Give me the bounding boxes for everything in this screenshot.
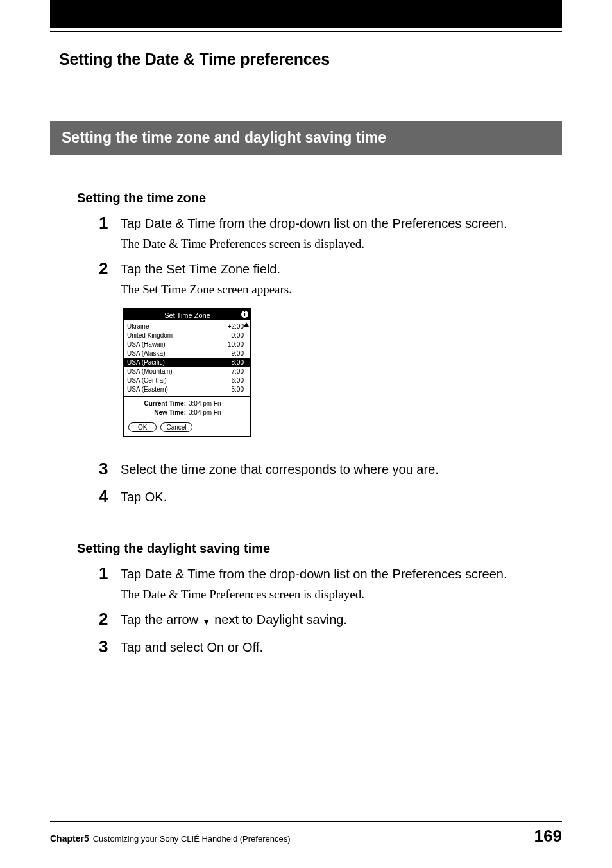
new-time-value: 3:04 pm Fri (189, 408, 221, 417)
step-text: Tap and select On or Off. (121, 638, 562, 657)
tz-row: USA (Mountain)-7:00 (124, 367, 250, 376)
pda-time-readout: Current Time:3:04 pm Fri New Time:3:04 p… (124, 397, 250, 420)
pda-title-text: Set Time Zone (164, 311, 210, 319)
step-text-post: next to Daylight saving. (211, 612, 347, 627)
footer-chapter: Chapter5 (50, 833, 89, 844)
pda-cancel-button: Cancel (160, 422, 192, 432)
tz-row: USA (Central)-6:00 (124, 376, 250, 385)
step-number: 3 (99, 638, 121, 655)
footer-left: Chapter5Customizing your Sony CLIÉ Handh… (50, 833, 291, 844)
current-time-label: Current Time: (128, 399, 186, 408)
tz-row: USA (Hawaii)-10:00 (124, 340, 250, 349)
tz-row-selected: USA (Pacific)-8:00 (124, 358, 250, 367)
pda-screenshot: Set Time Zone i Ukraine+2:00 United King… (123, 308, 251, 437)
info-icon: i (241, 311, 248, 318)
pda-ok-button: OK (128, 422, 157, 432)
heading-dst: Setting the daylight saving time (77, 541, 562, 556)
pda-dialog-title: Set Time Zone i (124, 309, 250, 320)
step-number: 1 (99, 214, 121, 231)
step-subtext: The Set Time Zone screen appears. (121, 282, 562, 297)
tz-row: USA (Eastern)-5:00 (124, 385, 250, 394)
step-subtext: The Date & Time Preferences screen is di… (121, 587, 562, 602)
chapter-heading: Setting the Date & Time preferences (59, 50, 562, 69)
scroll-up-icon (244, 322, 249, 327)
new-time-label: New Time: (128, 408, 186, 417)
step-text-pre: Tap the arrow (121, 612, 202, 627)
step-text: Tap OK. (121, 488, 562, 507)
footer-rule (50, 821, 562, 822)
footer-chapter-text: Customizing your Sony CLIÉ Handheld (Pre… (93, 834, 291, 844)
step-text: Tap the arrow ▼ next to Daylight saving. (121, 611, 562, 629)
step-number: 1 (99, 565, 121, 582)
heading-time-zone: Setting the time zone (77, 191, 562, 205)
tz-row: Ukraine+2:00 (124, 322, 250, 331)
step-number: 3 (99, 460, 121, 477)
header-black-bar (50, 0, 562, 28)
step-text: Tap Date & Time from the drop-down list … (121, 214, 562, 233)
tz-row: USA (Alaska)-9:00 (124, 349, 250, 358)
step-text: Select the time zone that corresponds to… (121, 460, 562, 479)
section-bar-heading: Setting the time zone and daylight savin… (50, 121, 562, 155)
header-rule (50, 31, 562, 32)
step-number: 2 (99, 260, 121, 277)
step-text: Tap Date & Time from the drop-down list … (121, 565, 562, 584)
page-number: 169 (534, 826, 562, 846)
step-subtext: The Date & Time Preferences screen is di… (121, 237, 562, 251)
tz-row: United Kingdom0:00 (124, 331, 250, 340)
step-number: 4 (99, 488, 121, 505)
current-time-value: 3:04 pm Fri (189, 399, 221, 408)
step-text: Tap the Set Time Zone field. (121, 260, 562, 279)
step-number: 2 (99, 611, 121, 627)
dropdown-arrow-icon: ▼ (202, 617, 211, 626)
pda-timezone-list: Ukraine+2:00 United Kingdom0:00 USA (Haw… (124, 320, 250, 394)
